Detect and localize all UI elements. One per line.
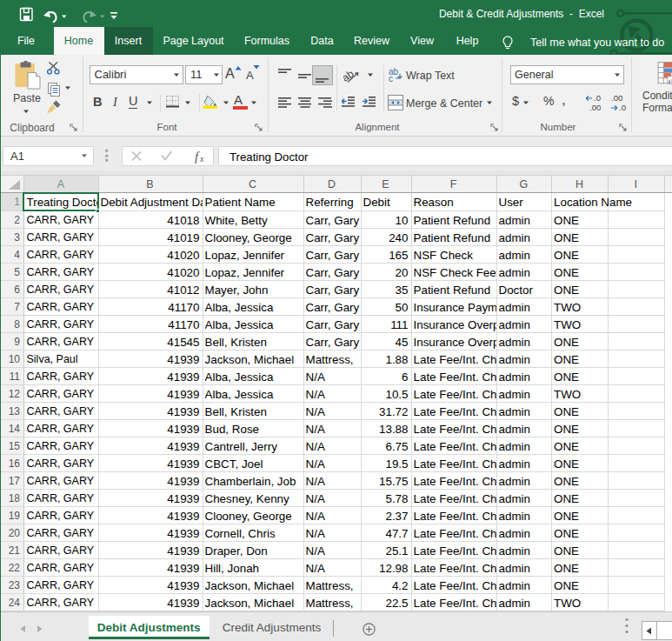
- svg-text:.0: .0: [594, 93, 601, 103]
- svg-text:.0: .0: [619, 103, 626, 112]
- svg-text:x: x: [199, 154, 204, 164]
- svg-text:.00: .00: [589, 103, 601, 112]
- svg-text:.00: .00: [611, 93, 622, 103]
- svg-text:c: c: [389, 74, 393, 82]
